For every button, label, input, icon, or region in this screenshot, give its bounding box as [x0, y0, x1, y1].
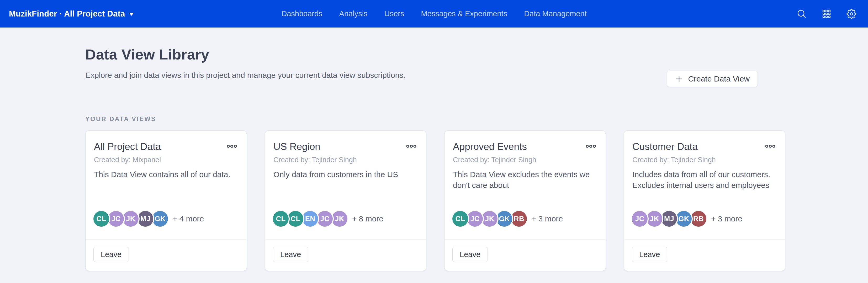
avatar: CL	[273, 211, 289, 227]
avatar: GK	[152, 211, 168, 227]
card-created-by: Created by: Tejinder Singh	[273, 156, 357, 164]
card-description: This Data View excludes the events we do…	[453, 169, 598, 190]
leave-button[interactable]: Leave	[453, 247, 488, 262]
card-created-by: Created by: Tejinder Singh	[632, 156, 716, 164]
more-members-label: + 4 more	[173, 214, 204, 223]
page-subtitle: Explore and join data views in this proj…	[85, 71, 406, 80]
apps-grid-icon[interactable]	[822, 9, 831, 19]
search-icon[interactable]	[797, 9, 807, 19]
leave-button[interactable]: Leave	[93, 247, 129, 262]
card-title: All Project Data	[94, 141, 161, 152]
data-view-card: US Region Created by: Tejinder Singh Onl…	[265, 131, 426, 271]
avatar: JC	[108, 211, 124, 227]
card-title: Customer Data	[632, 141, 698, 152]
avatar: JK	[482, 211, 497, 227]
overflow-menu-icon[interactable]	[406, 144, 417, 149]
avatar: JC	[632, 211, 648, 227]
create-data-view-button[interactable]: Create Data View	[667, 71, 758, 87]
avatar: GK	[496, 211, 512, 227]
avatar: GK	[676, 211, 692, 227]
nav-icons	[797, 9, 857, 19]
project-switcher-label: MuzikFinder · All Project Data	[9, 9, 125, 19]
card-description: This Data View contains all of our data.	[94, 169, 239, 180]
data-view-card-list: All Project Data Created by: Mixpanel Th…	[85, 131, 785, 271]
data-view-card: All Project Data Created by: Mixpanel Th…	[85, 131, 247, 271]
more-members-label: + 3 more	[532, 214, 563, 223]
create-data-view-label: Create Data View	[688, 74, 750, 83]
more-members-label: + 3 more	[711, 214, 742, 223]
chevron-down-icon	[129, 13, 134, 16]
card-divider	[265, 240, 426, 240]
member-avatar-row: CLJCJKMJGK+ 4 more	[93, 211, 204, 227]
card-description: Only data from customers in the US	[273, 169, 418, 180]
card-created-by: Created by: Mixpanel	[94, 156, 161, 164]
card-description: Includes data from all of our customers.…	[632, 169, 777, 190]
page-title: Data View Library	[85, 46, 209, 63]
nav-item-dashboards[interactable]: Dashboards	[281, 9, 322, 18]
avatar: EN	[302, 211, 318, 227]
avatar: RB	[511, 211, 527, 227]
plus-icon	[675, 75, 683, 83]
card-title: Approved Events	[453, 141, 527, 152]
top-navbar: MuzikFinder · All Project Data Dashboard…	[0, 0, 868, 28]
member-avatar-row: CLCLENJCJK+ 8 more	[273, 211, 383, 227]
data-view-card: Approved Events Created by: Tejinder Sin…	[444, 131, 606, 271]
more-members-label: + 8 more	[352, 214, 383, 223]
nav-links: DashboardsAnalysisUsersMessages & Experi…	[281, 9, 587, 18]
settings-gear-icon[interactable]	[846, 9, 857, 19]
avatar: MJ	[137, 211, 153, 227]
avatar: JK	[123, 211, 138, 227]
nav-item-messages-experiments[interactable]: Messages & Experiments	[421, 9, 507, 18]
overflow-menu-icon[interactable]	[227, 144, 237, 149]
card-divider	[86, 240, 247, 240]
section-label-your-data-views: YOUR DATA VIEWS	[85, 115, 156, 122]
member-avatar-row: JCJKMJGKRB+ 3 more	[632, 211, 742, 227]
data-view-card: Customer Data Created by: Tejinder Singh…	[624, 131, 785, 271]
avatar: JC	[467, 211, 483, 227]
avatar: CL	[453, 211, 468, 227]
overflow-menu-icon[interactable]	[586, 144, 596, 149]
card-divider	[624, 240, 785, 240]
card-divider	[444, 240, 606, 240]
nav-item-analysis[interactable]: Analysis	[339, 9, 368, 18]
leave-button[interactable]: Leave	[632, 247, 667, 262]
member-avatar-row: CLJCJKGKRB+ 3 more	[453, 211, 563, 227]
card-title: US Region	[273, 141, 320, 152]
avatar: CL	[287, 211, 303, 227]
nav-item-users[interactable]: Users	[384, 9, 404, 18]
overflow-menu-icon[interactable]	[765, 144, 776, 149]
project-switcher[interactable]: MuzikFinder · All Project Data	[9, 9, 134, 19]
avatar: MJ	[661, 211, 677, 227]
nav-item-data-management[interactable]: Data Management	[524, 9, 587, 18]
avatar: JC	[317, 211, 333, 227]
avatar: RB	[691, 211, 706, 227]
card-created-by: Created by: Tejinder Singh	[453, 156, 536, 164]
avatar: CL	[93, 211, 109, 227]
avatar: JK	[332, 211, 347, 227]
avatar: JK	[647, 211, 662, 227]
leave-button[interactable]: Leave	[273, 247, 308, 262]
